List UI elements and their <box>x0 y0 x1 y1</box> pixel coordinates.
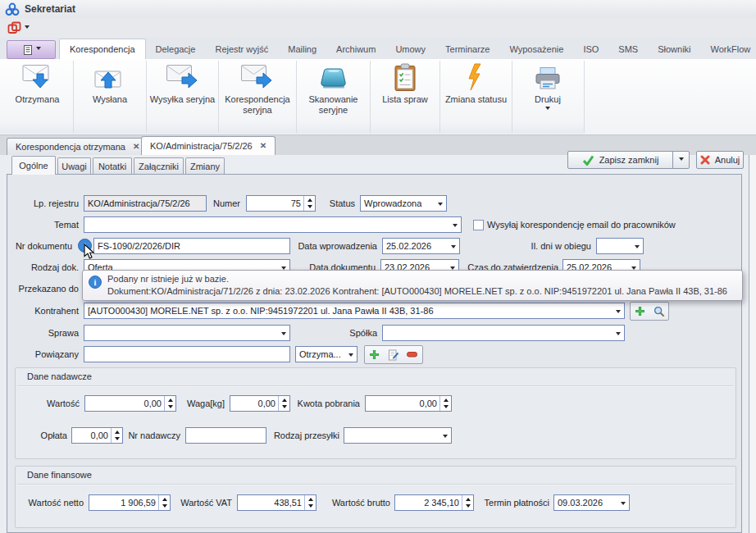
ribbon-tab-rejestr-wyjsc[interactable]: Rejestr wyjść <box>205 39 278 59</box>
doc-tab-korespondencja-otrzymana[interactable]: Korespondencja otrzymana ✕ <box>7 138 148 155</box>
ribbon-tab-delegacje[interactable]: Delegacje <box>146 39 206 59</box>
powiazany-typ-select[interactable]: Otrzyma... <box>295 346 358 362</box>
tab-zmiany[interactable]: Zmiany <box>185 157 225 175</box>
spolka-label: Spółka <box>341 325 377 341</box>
envelope-arrow-right-icon <box>240 61 275 93</box>
kontrahent-select[interactable]: [AUTO000430] MORELE.NET sp. z o.o. NIP:9… <box>84 303 625 319</box>
add-powiazany-button[interactable] <box>365 346 384 363</box>
ribbon-button-otrzymana[interactable]: Otrzymana <box>2 61 73 120</box>
nr-dokumentu-label: Nr dokumentu <box>11 238 72 254</box>
rodzaj-przesylki-select[interactable] <box>344 427 452 444</box>
close-icon[interactable]: ✕ <box>260 142 266 150</box>
tab-zalaczniki[interactable]: Załączniki <box>134 157 184 175</box>
kwota-pobrania-stepper[interactable]: 0,00 <box>365 395 452 412</box>
spin-up-icon[interactable] <box>304 196 315 203</box>
lp-rejestru-field[interactable]: KO/Administracja/75/2/26 <box>84 195 207 212</box>
add-kontrahent-button[interactable] <box>631 303 649 320</box>
spolka-select[interactable] <box>382 325 625 341</box>
wartosc-vat-stepper[interactable]: 438,51 <box>237 494 317 511</box>
dropdown-arrow[interactable] <box>612 303 624 318</box>
wartosc-vat-label: Wartość VAT <box>175 494 232 511</box>
ribbon-button-lista-spraw[interactable]: Lista spraw <box>371 61 439 120</box>
dropdown-arrow[interactable] <box>612 326 624 340</box>
wartosc-stepper[interactable]: 0,00 <box>84 395 176 412</box>
wartosc-netto-stepper[interactable]: 1 906,59 <box>89 494 171 511</box>
right-dock-strip[interactable] <box>749 155 756 533</box>
ribbon-tab-mailing[interactable]: Mailing <box>278 39 326 59</box>
dropdown-arrow[interactable] <box>434 196 446 211</box>
spin-up-icon[interactable] <box>165 396 175 403</box>
spin-down-icon[interactable] <box>112 435 122 443</box>
search-kontrahent-button[interactable] <box>649 303 668 320</box>
spin-down-icon[interactable] <box>159 503 170 510</box>
dropdown-arrow[interactable] <box>449 217 461 232</box>
ribbon-tab-korespondencja[interactable]: Korespondencja <box>59 39 146 59</box>
edit-powiazany-button[interactable] <box>384 346 403 363</box>
email-checkbox[interactable] <box>473 220 484 230</box>
spin-down-icon[interactable] <box>279 403 289 411</box>
ribbon-tab-wyposazenie[interactable]: Wyposażenie <box>499 39 573 59</box>
dropdown-arrow[interactable] <box>617 495 629 510</box>
ribbon-tab-archiwum[interactable]: Archiwum <box>326 39 385 59</box>
dropdown-arrow[interactable] <box>631 239 643 253</box>
ribbon-button-korespondencja-seryjna[interactable]: Korespondencja seryjna <box>219 61 296 120</box>
x-icon <box>700 155 710 165</box>
termin-platnosci-label: Termin płatności <box>479 494 549 511</box>
ribbon-tab-sms[interactable]: SMS <box>608 39 648 59</box>
termin-platnosci-picker[interactable]: 09.03.2026 <box>553 494 630 511</box>
il-dni-select[interactable] <box>596 238 644 254</box>
ribbon-button-wyslana[interactable]: Wysłana <box>74 61 146 120</box>
spin-down-icon[interactable] <box>305 503 316 510</box>
quick-access-button[interactable] <box>7 21 30 34</box>
ribbon-button-skanowanie-seryjne[interactable]: Skanowanie seryjne <box>297 61 370 120</box>
close-icon[interactable]: ✕ <box>133 143 139 151</box>
sprawa-select[interactable] <box>84 325 290 341</box>
spin-up-icon[interactable] <box>462 495 473 503</box>
ribbon-button-drukuj[interactable]: Drukuj <box>512 61 583 120</box>
nr-nadawczy-field[interactable] <box>185 427 266 444</box>
waga-stepper[interactable]: 0,00 <box>230 395 290 412</box>
spin-down-icon[interactable] <box>165 403 175 411</box>
spin-up-icon[interactable] <box>440 396 451 403</box>
spin-up-icon[interactable] <box>279 396 289 403</box>
save-close-dropdown-button[interactable] <box>672 151 690 169</box>
application-menu-button[interactable] <box>7 40 56 59</box>
ribbon-button-zmiana-statusu[interactable]: Zmiana statusu <box>440 61 512 120</box>
dropdown-arrow[interactable] <box>447 239 459 253</box>
dropdown-arrow[interactable] <box>439 428 451 443</box>
save-close-button[interactable]: Zapisz zamknij <box>567 151 673 169</box>
tooltip-line2: Dokument:KO/Administracja/71/2/26 z dnia… <box>107 286 727 296</box>
spin-up-icon[interactable] <box>159 495 170 503</box>
data-wprowadzenia-picker[interactable]: 25.02.2026 <box>382 238 460 254</box>
ribbon-button-wysylka-seryjna[interactable]: Wysyłka seryjna <box>147 61 218 120</box>
wartosc-brutto-stepper[interactable]: 2 345,10 <box>394 494 474 511</box>
spin-down-icon[interactable] <box>304 203 315 211</box>
group-divider <box>17 385 734 386</box>
spin-down-icon[interactable] <box>440 403 451 411</box>
spin-down-icon[interactable] <box>462 503 473 510</box>
tab-notatki[interactable]: Notatki <box>93 157 132 175</box>
overlapping-windows-icon <box>7 21 21 34</box>
oplata-stepper[interactable]: 0,00 <box>71 427 123 444</box>
ribbon-tab-iso[interactable]: ISO <box>573 39 608 59</box>
nr-dokumentu-field[interactable]: FS-1090/2/2026/DIR <box>93 238 290 254</box>
tab-ogolne[interactable]: Ogólne <box>11 156 56 175</box>
powiazany-field[interactable] <box>84 346 290 362</box>
numer-stepper[interactable]: 75 <box>246 195 316 212</box>
doc-tab-ko-administracja[interactable]: KO/Administracja/75/2/26 ✕ <box>141 136 276 155</box>
dropdown-arrow[interactable] <box>277 326 289 340</box>
group-separator <box>584 61 585 133</box>
cancel-button[interactable]: Anuluj <box>696 151 744 169</box>
status-select[interactable]: Wprowadzona <box>360 195 447 212</box>
temat-select[interactable] <box>84 216 462 233</box>
spin-up-icon[interactable] <box>112 428 122 435</box>
ribbon-tab-slowniki[interactable]: Słowniki <box>648 39 700 59</box>
ribbon-tab-workflow[interactable]: WorkFlow <box>701 39 756 59</box>
tab-uwagi[interactable]: Uwagi <box>57 157 91 175</box>
group-title: Dane finansowe <box>27 470 92 480</box>
spin-up-icon[interactable] <box>305 495 316 503</box>
ribbon-tab-terminarze[interactable]: Terminarze <box>435 39 499 59</box>
dropdown-arrow[interactable] <box>344 347 357 362</box>
ribbon-tab-umowy[interactable]: Umowy <box>385 39 435 59</box>
remove-powiazany-button[interactable] <box>403 346 421 363</box>
